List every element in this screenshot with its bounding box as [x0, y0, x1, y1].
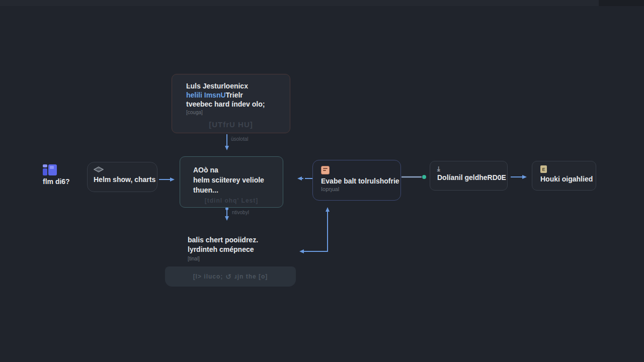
- bottom-text-tag: [tinal]: [188, 256, 258, 261]
- layers-diamond-icon: [94, 166, 104, 173]
- connector-label-mid: ntivobyl: [232, 210, 249, 215]
- connector-label-top: üsolotal: [231, 136, 248, 142]
- node-center-helm[interactable]: AOò na helm sciiterey veliole thuen... […: [180, 156, 283, 208]
- download-label: Dolíanil geldheRD0E: [437, 173, 507, 182]
- houki-label: Houki oigahlied: [540, 175, 596, 183]
- bottom-bar-text-left: [l> iluco;: [193, 273, 223, 280]
- top-strip: [0, 0, 644, 6]
- teal-endpoint-dot: [422, 175, 426, 179]
- node-evabe[interactable]: Evabe balt tolrulshofrie Iopŋual: [312, 160, 401, 201]
- top-note-tag: [couga]: [186, 110, 290, 115]
- top-strip-corner: [599, 0, 644, 6]
- evabe-label: Evabe balt tolrulshofrie: [321, 177, 400, 185]
- top-note-faded-caption: [UTfrU HU]: [172, 120, 290, 129]
- refresh-circle-icon: ↺: [225, 273, 232, 281]
- node-top-note[interactable]: Ŀuls Jesturloenicx helili ImsnUTrielr tv…: [172, 74, 290, 133]
- bottom-text-line2: lyrdinteh cmépnece: [188, 245, 258, 254]
- center-line2: helm sciiterey veliole thuen...: [193, 175, 283, 195]
- node-houki[interactable]: E Houki oigahlied: [532, 161, 596, 191]
- top-note-line3: tveebec hard índev olo;: [186, 100, 290, 109]
- download-icon: ⤓: [437, 165, 507, 172]
- top-note-line2: helili ImsnUTrielr: [186, 90, 290, 100]
- center-faded-caption: [tdinl ohq' Lest]: [180, 197, 283, 204]
- top-note-line1: Ŀuls Jesturloenicx: [186, 81, 290, 90]
- center-line1: AOò na: [193, 165, 283, 175]
- e-badge-icon: E: [540, 165, 547, 173]
- app-blocks-icon: [43, 164, 58, 175]
- node-helm-show-charts[interactable]: Helm show, charts: [87, 162, 157, 192]
- bottom-command-bar[interactable]: [l> iluco; ↺ ɹjn the [o]: [165, 266, 296, 287]
- node-download[interactable]: ⤓ Dolíanil geldheRD0E: [430, 161, 508, 191]
- diagram-canvas: Ŀuls Jesturloenicx helili ImsnUTrielr tv…: [0, 0, 644, 362]
- bottom-bar-text-right: ɹjn the [o]: [234, 273, 268, 280]
- evabe-sublabel: Iopŋual: [321, 186, 400, 192]
- bottom-text-line1: balis chert pooiidrez.: [188, 235, 258, 245]
- bottom-text-block: balis chert pooiidrez. lyrdinteh cmépnec…: [188, 235, 258, 261]
- document-icon: [321, 166, 330, 174]
- left-app-label: flm di6?: [43, 177, 70, 186]
- node-left-app[interactable]: flm di6?: [43, 164, 70, 186]
- helm-box-label: Helm show, charts: [94, 175, 157, 184]
- elbow-bottomtext-evabe: [300, 208, 328, 251]
